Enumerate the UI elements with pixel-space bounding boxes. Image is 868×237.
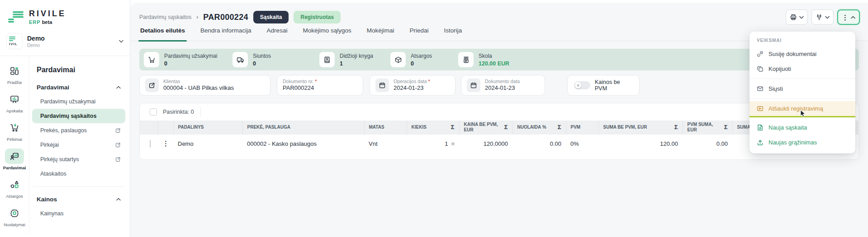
tab-bendra-informacija[interactable]: Bendra informacija xyxy=(199,26,252,41)
row-select-cell xyxy=(140,134,158,153)
sidebar-item-pirkeju-sutartys[interactable]: Pirkėjų sutartys xyxy=(32,152,125,167)
cell-matas[interactable]: Vnt xyxy=(364,134,407,153)
menu-item-siusti[interactable]: Siųsti xyxy=(749,81,855,96)
header-padalinys[interactable]: PADALINYS xyxy=(173,121,242,134)
kainos-be-pvm-toggle[interactable]: ✕ Kainos be PVM xyxy=(567,75,640,96)
sidebar-item-ataskaitos[interactable]: Ataskaitos xyxy=(32,167,125,181)
stock-icon xyxy=(394,56,402,64)
sum-icon[interactable]: Σ xyxy=(724,124,728,130)
sidebar-section-pardavimai[interactable]: Pardavimai xyxy=(32,80,125,94)
left-panel: RIVILE ERPbeta IVIL Demo Demo Pradžia Ap… xyxy=(0,0,130,237)
stat-pardavimu-uzsakymai[interactable]: Pardavimų užsakymai0 xyxy=(144,52,217,67)
actions-menu-button[interactable]: ⋮ xyxy=(837,9,860,25)
sum-icon[interactable]: Σ xyxy=(674,124,678,130)
dokumento-data-field[interactable]: Dokumento data 2024-01-23 xyxy=(461,75,545,96)
new-invoice-icon xyxy=(757,124,764,131)
chevron-up-icon xyxy=(116,85,121,89)
cell-pvm-suma[interactable]: 0.00 xyxy=(683,134,732,153)
drag-handle-icon[interactable]: ≡ xyxy=(451,140,455,147)
breadcrumb-separator-icon: › xyxy=(196,14,198,20)
header-nuolaida[interactable]: NUOLAIDA %Σ xyxy=(512,121,566,134)
header-matas[interactable]: MATAS xyxy=(364,121,407,134)
header-suma-be-pvm[interactable]: SUMA BE PVM, EURΣ xyxy=(598,121,683,134)
new-return-icon xyxy=(757,139,764,146)
menu-item-kopijuoti[interactable]: Kopijuoti xyxy=(749,61,855,76)
chevron-down-icon xyxy=(799,15,804,19)
operacijos-data-field[interactable]: Operacijos data * 2024-01-23 xyxy=(370,75,455,96)
cell-kaina-be-pvm[interactable]: 120.0000 xyxy=(459,134,512,153)
tab-detalios-eilutes[interactable]: Detalios eilutės xyxy=(139,26,186,41)
dokumento-nr-field[interactable]: Dokumento nr. * PAR000224 xyxy=(277,75,363,96)
sidebar-item-kainynas[interactable]: Kainynas xyxy=(32,206,125,221)
selection-divider xyxy=(200,107,201,117)
header-kaina-be-pvm[interactable]: KAINA BE PVM, EURΣ xyxy=(459,121,512,134)
rail-item-pradzia[interactable]: Pradžia xyxy=(1,61,28,87)
rail-item-pirkimai[interactable]: Pirkimai xyxy=(1,118,28,144)
toggle-switch[interactable]: ✕ xyxy=(574,81,590,89)
sidebar-section-divider xyxy=(33,186,124,187)
menu-item-nauja-saskaita[interactable]: Nauja sąskaita xyxy=(749,120,855,135)
stat-siuntos[interactable]: Siuntos0 xyxy=(232,52,271,67)
page-title: PAR000224 xyxy=(203,13,248,22)
menu-divider xyxy=(749,98,855,99)
sidebar-section-kainos[interactable]: Kainos xyxy=(32,192,125,206)
rail-item-atsargos[interactable]: Atsargos xyxy=(1,175,28,200)
header-pvm-suma[interactable]: PVM SUMA, EURΣ xyxy=(683,121,732,134)
cell-preke-paslauga[interactable]: 000002 - Kasko paslaugos xyxy=(242,134,364,153)
purchases-icon xyxy=(9,123,19,133)
stat-atsargos[interactable]: Atsargos0 xyxy=(390,52,432,67)
rail-item-nustatymai[interactable]: Nustatymai xyxy=(1,204,28,229)
row-kebab-icon[interactable]: ⋮ xyxy=(162,139,169,147)
klientas-field[interactable]: Klientas 000004 - UAB Pilkas vilkas xyxy=(139,75,270,96)
shipments-icon xyxy=(237,56,244,64)
kebab-icon: ⋮ xyxy=(842,14,849,21)
cell-pvm[interactable]: 0% xyxy=(566,134,598,153)
tab-priedai[interactable]: Priedai xyxy=(408,26,429,41)
tab-mokejimo-salygos[interactable]: Mokėjimo sąlygos xyxy=(302,26,352,41)
sum-icon[interactable]: Σ xyxy=(504,124,508,130)
stat-skola[interactable]: Skola120.00 EUR xyxy=(458,52,509,67)
sidebar-item-pirkejai[interactable]: Pirkėjai xyxy=(32,138,125,152)
tab-mokejimai[interactable]: Mokėjimai xyxy=(366,26,395,41)
header-select xyxy=(140,121,158,134)
cell-kiekis[interactable]: 1≡ xyxy=(407,134,459,153)
sum-icon[interactable]: Σ xyxy=(558,124,561,130)
main-content: Pardavimų sąskaitos › PAR000224 Sąskaita… xyxy=(130,3,868,237)
header-pvm[interactable]: PVM xyxy=(566,121,598,134)
rail-item-pardavimai[interactable]: Pardavimai xyxy=(1,147,28,172)
select-all-checkbox[interactable] xyxy=(150,108,157,116)
menu-item-atsaukti-registravima[interactable]: Atšaukti registravimą xyxy=(749,101,855,116)
menu-item-susije-dokumentai[interactable]: Susiję dokumentai xyxy=(749,46,855,61)
calendar-icon xyxy=(379,82,385,88)
print-button[interactable] xyxy=(786,9,808,25)
tab-istorija[interactable]: Istorija xyxy=(443,26,463,41)
header-preke-paslauga[interactable]: PREKĖ, PASLAUGA xyxy=(242,121,364,134)
ledger-icon xyxy=(323,56,331,64)
sidebar-menu: Pardavimai Pardavimai Pardavimų užsakyma… xyxy=(29,56,130,234)
brand-name: RIVILE xyxy=(29,9,66,19)
link-icon xyxy=(757,51,764,57)
nav-rail: Pradžia Apskaita Pirkimai Pardavimai Ats… xyxy=(0,56,29,234)
app-logo[interactable]: RIVILE ERPbeta xyxy=(0,0,130,25)
header-kiekis[interactable]: KIEKISΣ xyxy=(407,121,459,134)
external-link-icon xyxy=(115,128,121,133)
cell-nuolaida[interactable]: 0.00 xyxy=(512,134,566,153)
sidebar-item-pardavimu-saskaitos[interactable]: Pardavimų sąskaitos xyxy=(32,109,125,123)
breadcrumb-link[interactable]: Pardavimų sąskaitos xyxy=(139,14,191,20)
rail-item-apskaita[interactable]: Apskaita xyxy=(1,90,28,115)
cell-suma-be-pvm[interactable]: 120.00 xyxy=(598,134,683,153)
breadcrumb: Pardavimų sąskaitos › PAR000224 Sąskaita… xyxy=(139,11,341,23)
cell-padalinys[interactable]: Demo xyxy=(173,134,242,153)
settings-icon xyxy=(9,208,19,218)
company-selector[interactable]: IVIL Demo Demo xyxy=(0,25,130,56)
tab-adresai[interactable]: Adresai xyxy=(266,26,289,41)
sum-icon[interactable]: Σ xyxy=(451,124,455,130)
sidebar-item-pardavimu-uzsakymai[interactable]: Pardavimų užsakymai xyxy=(32,94,125,109)
row-checkbox[interactable] xyxy=(150,140,151,148)
menu-divider xyxy=(749,79,855,79)
menu-item-naujas-grazinimas[interactable]: Naujas grąžinimas xyxy=(749,135,855,150)
dashboard-icon xyxy=(9,66,19,76)
sidebar-item-prekes-paslaugos[interactable]: Prekės, paslaugos xyxy=(32,123,125,138)
automation-button[interactable] xyxy=(811,9,834,25)
stat-didzioji-knyga[interactable]: Didžioji knyga1 xyxy=(319,52,373,67)
